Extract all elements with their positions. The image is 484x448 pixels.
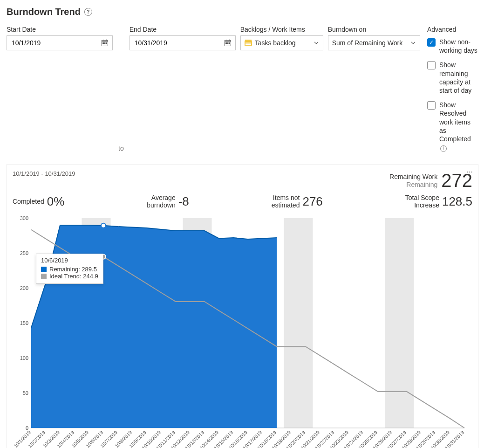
metrics-row: Completed 0% Averageburndown -8 Items no… — [13, 194, 472, 209]
svg-point-31 — [101, 223, 106, 228]
calendar-icon[interactable] — [101, 39, 109, 47]
square-icon — [41, 274, 47, 279]
svg-text:200: 200 — [20, 285, 28, 291]
svg-rect-6 — [106, 43, 107, 44]
backlogs-select[interactable]: Tasks backlog — [240, 35, 323, 50]
svg-text:250: 250 — [20, 250, 28, 256]
end-date-label: End Date — [130, 26, 236, 33]
metric-avg-burndown: Averageburndown -8 — [147, 194, 189, 209]
checkbox-icon[interactable] — [427, 101, 436, 110]
svg-rect-15 — [245, 40, 252, 41]
page-title: Burndown Trend ? — [7, 7, 478, 17]
burndown-chart[interactable]: 05010015020025030010/1/201910/2/201910/3… — [13, 214, 469, 448]
svg-rect-5 — [104, 43, 105, 44]
svg-rect-4 — [103, 43, 104, 44]
metric-items-not-estimated: Items notestimated 276 — [272, 194, 323, 209]
help-icon[interactable]: ? — [84, 8, 92, 16]
advanced-label: Advanced — [427, 26, 478, 33]
chevron-down-icon — [410, 40, 416, 46]
burndown-select[interactable]: Sum of Remaining Work — [328, 35, 420, 50]
svg-text:300: 300 — [20, 215, 28, 221]
backlog-icon — [245, 39, 252, 47]
chart-tooltip: 10/6/2019 Remaining: 289.5 Ideal Trend: … — [36, 254, 103, 284]
metric-total-scope: Total ScopeIncrease 128.5 — [405, 194, 472, 209]
burndown-label: Burndown on — [328, 26, 420, 33]
start-date-label: Start Date — [7, 26, 113, 33]
advanced-show-nonworking[interactable]: Show non-working days — [427, 38, 478, 55]
more-icon[interactable]: ⋯ — [464, 167, 475, 177]
svg-text:150: 150 — [20, 320, 28, 326]
svg-rect-21 — [284, 218, 313, 428]
checkbox-checked-icon[interactable] — [427, 38, 436, 47]
start-date-input[interactable] — [7, 35, 113, 50]
backlogs-label: Backlogs / Work Items — [240, 26, 323, 33]
svg-rect-13 — [229, 43, 230, 44]
burndown-widget: ⋯ 10/1/2019 - 10/31/2019 Remaining Work … — [7, 164, 478, 448]
to-label: to — [117, 141, 125, 156]
info-icon[interactable]: i — [440, 145, 447, 152]
date-range-text: 10/1/2019 - 10/31/2019 — [13, 170, 75, 177]
square-icon — [41, 267, 47, 272]
chevron-down-icon — [314, 40, 319, 46]
metric-completed: Completed 0% — [13, 194, 64, 209]
advanced-show-capacity[interactable]: Show remaining capacity at start of day — [427, 61, 478, 95]
svg-rect-12 — [227, 43, 228, 44]
svg-text:100: 100 — [20, 355, 28, 361]
advanced-show-resolved[interactable]: Show Resolved work items as Completed i — [427, 101, 478, 152]
svg-rect-22 — [385, 218, 414, 428]
svg-rect-11 — [225, 43, 226, 44]
checkbox-icon[interactable] — [427, 61, 436, 69]
remaining-summary: Remaining Work Remaining 272 — [389, 170, 472, 191]
svg-text:50: 50 — [23, 390, 28, 396]
calendar-icon[interactable] — [224, 39, 232, 47]
end-date-input[interactable] — [130, 35, 236, 50]
filter-bar: Start Date to End Date — [7, 26, 478, 156]
